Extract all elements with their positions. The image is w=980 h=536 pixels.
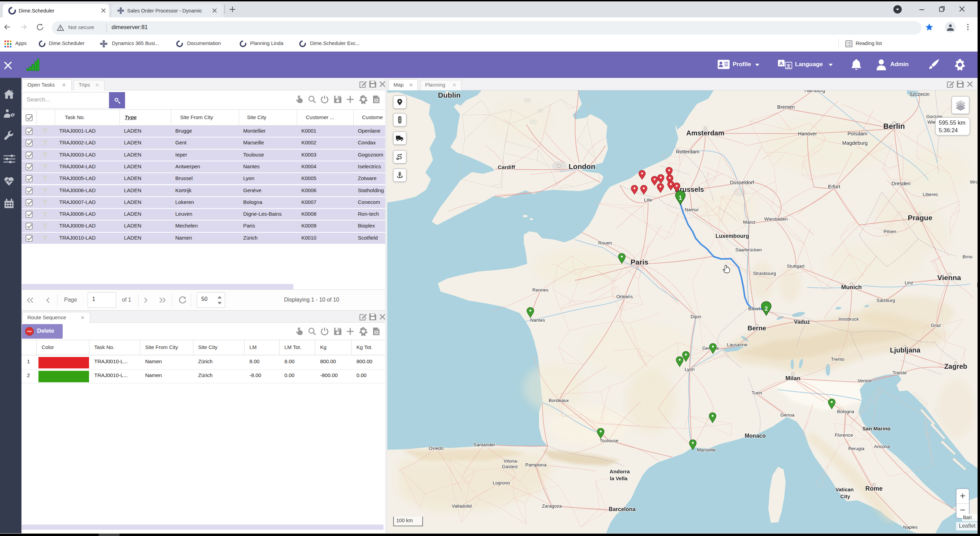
svg-text:Lausanne: Lausanne [727,342,747,347]
svg-text:Venice: Venice [858,378,872,383]
svg-text:Düsseldorf: Düsseldorf [730,180,754,185]
svg-text:Erfurt: Erfurt [828,184,840,189]
svg-text:Bremen: Bremen [777,104,795,110]
svg-text:1: 1 [679,195,682,201]
svg-text:Nantes: Nantes [530,317,545,323]
svg-text:Vitoria-: Vitoria- [504,458,519,464]
svg-text:Namur: Namur [685,207,699,212]
svg-text:Turin: Turin [752,390,762,395]
svg-text:Oviedo: Oviedo [429,446,444,451]
svg-text:Potsdam: Potsdam [847,131,867,136]
svg-text:Wiesbaden: Wiesbaden [764,216,788,222]
svg-text:Dijon: Dijon [691,314,702,319]
svg-text:Gasteiz: Gasteiz [502,464,518,469]
svg-text:Milan: Milan [785,375,800,382]
svg-text:Lyon: Lyon [685,367,695,372]
svg-text:Berlin: Berlin [883,122,905,130]
svg-text:Pamplona: Pamplona [525,462,547,468]
svg-text:Rennes: Rennes [533,287,549,293]
svg-text:Rome: Rome [865,485,883,492]
svg-text:Linz: Linz [905,280,913,285]
svg-text:2: 2 [765,306,768,312]
svg-text:Florence: Florence [835,433,853,438]
svg-text:Hamburg: Hamburg [804,90,825,93]
svg-text:Santander: Santander [474,442,495,447]
svg-text:la Vella: la Vella [610,476,628,481]
svg-text:Bordeaux: Bordeaux [549,398,569,403]
svg-text:文: 文 [786,63,791,68]
svg-text:Brno: Brno [963,254,973,259]
svg-text:Ancona: Ancona [874,444,890,449]
svg-text:A: A [780,60,783,66]
svg-text:Paris: Paris [630,258,648,266]
svg-text:Mainz: Mainz [743,219,756,225]
svg-text:Ljubljana: Ljubljana [890,346,921,354]
svg-text:Barcelona: Barcelona [609,506,635,512]
svg-text:Pilsen: Pilsen [884,229,897,234]
svg-text:Dresden: Dresden [892,181,911,186]
svg-text:Genoa: Genoa [781,412,795,417]
svg-text:Zagreb: Zagreb [944,363,967,370]
svg-text:Luxembourg: Luxembourg [716,233,749,239]
svg-text:Trento: Trento [831,357,845,362]
svg-text:Bologna: Bologna [837,409,854,414]
svg-text:Hanover: Hanover [798,131,817,136]
svg-text:Cardiff: Cardiff [498,164,515,170]
svg-text:Vaduz: Vaduz [794,319,810,325]
svg-text:Saarbrücken: Saarbrücken [735,247,762,252]
svg-text:Orléans: Orléans [616,294,633,299]
svg-text:London: London [569,162,595,170]
svg-text:Marseille: Marseille [697,447,716,452]
svg-text:Trieste: Trieste [893,370,907,375]
svg-text:Graz: Graz [931,323,941,328]
svg-text:Naples: Naples [903,525,918,530]
svg-text:Valladolid: Valladolid [452,503,472,509]
svg-text:Liberec: Liberec [923,192,939,197]
svg-text:Vienna: Vienna [937,274,961,282]
svg-text:Dublin: Dublin [438,91,460,99]
svg-text:Salzburg: Salzburg [877,298,895,303]
svg-text:Prague: Prague [908,214,932,222]
svg-text:San Marino: San Marino [862,425,891,431]
svg-text:City: City [840,493,850,499]
svg-text:Zaragoza: Zaragoza [542,503,562,509]
svg-text:Toulouse: Toulouse [600,438,618,443]
svg-text:Basel: Basel [748,306,760,311]
svg-text:Vatican: Vatican [835,487,854,492]
svg-text:Stuttgart: Stuttgart [787,263,804,269]
svg-text:Logrono: Logrono [493,480,510,485]
svg-text:Strasbourg: Strasbourg [753,271,776,276]
svg-text:Perugia: Perugia [848,446,865,451]
svg-text:Amsterdam: Amsterdam [686,129,724,137]
svg-text:Magdeburg: Magdeburg [842,140,867,146]
svg-text:Innsbruck: Innsbruck [838,317,859,322]
svg-text:Monaco: Monaco [745,433,766,439]
svg-text:Wro: Wro [970,179,978,184]
svg-text:Andorra: Andorra [610,468,630,474]
svg-text:Rouen: Rouen [598,240,612,246]
svg-text:Munich: Munich [841,284,862,290]
svg-text:Szczecin: Szczecin [909,91,929,97]
svg-text:Berne: Berne [748,324,766,332]
svg-text:Lille: Lille [644,197,652,203]
svg-text:Rotterdam: Rotterdam [676,149,699,154]
